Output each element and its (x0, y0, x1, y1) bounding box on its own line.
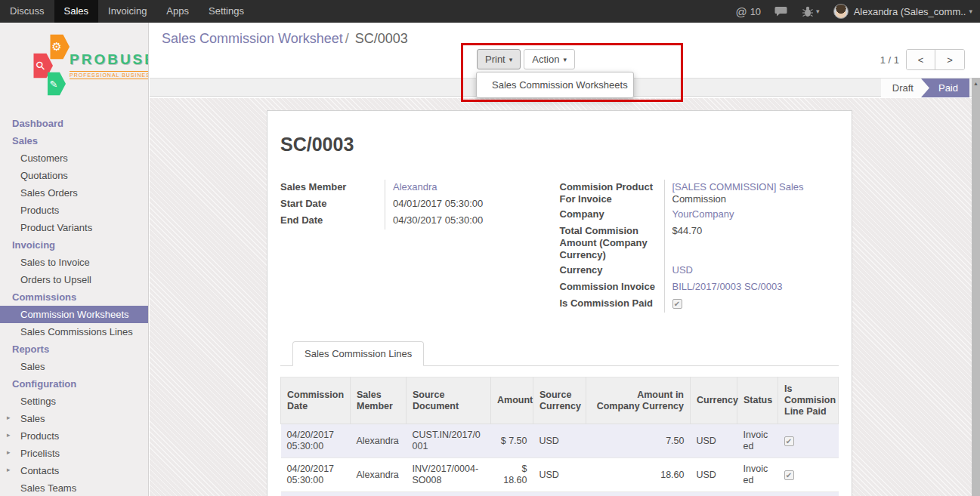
field-label: Commission Invoice (560, 279, 664, 296)
table-cell: 04/20/2017 10:35:53 (281, 492, 351, 496)
sidebar-item-contacts[interactable]: ▸Contacts (0, 462, 148, 479)
chevron-down-icon: ▾ (563, 56, 567, 63)
field-value: YourCompany (664, 207, 839, 223)
pager-next-button[interactable]: > (935, 50, 964, 69)
control-panel: Sales Commission Worksheet/ SC/0003 Prin… (150, 23, 980, 78)
field-row: Commision Product For Invoice[SALES COMM… (560, 180, 839, 207)
sidebar-item-product-variants[interactable]: Product Variants (0, 219, 148, 236)
expand-caret-icon[interactable]: ▸ (7, 414, 11, 421)
sidebar-section-dashboard[interactable]: Dashboard (0, 115, 148, 132)
sidebar-section-commissions[interactable]: Commissions (0, 288, 148, 306)
table-cell: Alexandra (351, 458, 407, 492)
table-cell: 04/20/2017 05:30:00 (281, 424, 351, 458)
field-group-left: Sales MemberAlexandraStart Date04/01/201… (280, 180, 560, 313)
sidebar-section-sales[interactable]: Sales (0, 132, 148, 149)
sidebar-item-commission-worksheets[interactable]: Commission Worksheets (0, 306, 148, 323)
field-value-link[interactable]: YourCompany (672, 208, 734, 220)
action-button[interactable]: Action▾ (524, 49, 575, 69)
table-cell: USD (533, 492, 586, 496)
field-value: ✔ (664, 296, 839, 313)
table-row[interactable]: 04/20/2017 05:30:00AlexandraINV/2017/000… (281, 458, 839, 492)
top-menu-discuss[interactable]: Discuss (0, 0, 54, 23)
sidebar-item-customers[interactable]: Customers (0, 149, 148, 167)
dropdown-item-sales-commission-worksheets[interactable]: Sales Commission Worksheets (477, 76, 633, 94)
control-panel-buttons: Print▾ Action▾ (477, 49, 575, 69)
sidebar-item-quotations[interactable]: Quotations (0, 167, 148, 184)
commission-lines-table: Commission DateSales MemberSource Docume… (280, 377, 839, 496)
table-row[interactable]: 04/20/2017 10:35:53AlexandraSO008$ 18.60… (281, 492, 839, 496)
table-cell: 18.60 (586, 458, 691, 492)
bug-icon (802, 6, 813, 17)
table-cell-paid: ✔ (778, 458, 839, 492)
field-label: Is Commission Paid (560, 296, 664, 313)
pager-counter: 1 / 1 (880, 54, 899, 66)
sidebar-item-sales-commissions-lines[interactable]: Sales Commissions Lines (0, 323, 148, 340)
sidebar-item-orders-to-upsell[interactable]: Orders to Upsell (0, 271, 148, 288)
app-menus: DiscussSalesInvoicingAppsSettings (0, 0, 254, 23)
field-label: End Date (280, 213, 385, 230)
sidebar-item-pricelists[interactable]: ▸Pricelists (0, 445, 148, 462)
field-label: Company (560, 207, 664, 223)
sidebar-item-sales[interactable]: Sales (0, 358, 148, 375)
sidebar-item-sales-to-invoice[interactable]: Sales to Invoice (0, 254, 148, 271)
breadcrumb-parent-link[interactable]: Sales Commission Worksheet (162, 31, 343, 46)
status-step-draft[interactable]: Draft (881, 79, 929, 97)
field-label: Currency (560, 263, 664, 279)
column-header: Source Document (407, 377, 491, 424)
table-cell: $ 7.50 (491, 424, 533, 458)
sidebar-section-reports[interactable]: Reports (0, 340, 148, 358)
sidebar-section-invoicing[interactable]: Invoicing (0, 236, 148, 254)
scroll-up-arrow-icon[interactable]: ▲ (972, 78, 980, 86)
expand-caret-icon[interactable]: ▸ (7, 466, 11, 473)
field-value-link[interactable]: USD (672, 264, 693, 276)
top-menu-settings[interactable]: Settings (199, 0, 254, 23)
sidebar-section-configuration[interactable]: Configuration (0, 375, 148, 393)
breadcrumb: Sales Commission Worksheet/ SC/0003 (162, 31, 408, 47)
sidebar: ⚙ ⚲ ✎ PROBUSE PROFESSIONAL BUSINESS Dash… (0, 23, 149, 496)
sidebar-item-products[interactable]: Products (0, 202, 148, 219)
column-header: Currency (691, 377, 737, 424)
table-row[interactable]: 04/20/2017 05:30:00AlexandraCUST.IN/2017… (281, 424, 839, 458)
user-menu[interactable]: Alexandra (Sales_comm.. (854, 6, 966, 17)
pager-previous-button[interactable]: < (907, 50, 935, 69)
table-cell: Alexandra (351, 424, 407, 458)
top-menu-sales[interactable]: Sales (54, 0, 99, 23)
readonly-checkbox: ✔ (672, 299, 682, 309)
field-label: Start Date (280, 196, 385, 213)
sidebar-item-settings[interactable]: Settings (0, 393, 148, 410)
debug-menu-button[interactable]: ▾ (802, 6, 820, 17)
table-cell: $ 18.60 (491, 492, 533, 496)
sidebar-item-sales-teams[interactable]: Sales Teams (0, 479, 148, 496)
field-value: [SALES COMMISSION] Sales Commission (664, 180, 839, 207)
top-menu-invoicing[interactable]: Invoicing (98, 0, 156, 23)
logo-subtitle: PROFESSIONAL BUSINESS (70, 71, 149, 79)
field-value-link[interactable]: BILL/2017/0003 SC/0003 (672, 281, 783, 292)
table-cell-paid: ✔ (778, 492, 839, 496)
sidebar-item-sales[interactable]: ▸Sales (0, 410, 148, 427)
table-cell: $ 18.60 (491, 458, 533, 492)
table-cell: CUST.IN/2017/0001 (407, 424, 491, 458)
mention-icon: @ (735, 5, 747, 18)
chevron-down-icon: ▾ (969, 8, 972, 15)
breadcrumb-separator: / (343, 31, 351, 46)
table-cell: 7.50 (586, 424, 691, 458)
table-cell: USD (691, 492, 737, 496)
expand-caret-icon[interactable]: ▸ (7, 448, 11, 456)
magnifier-icon: ⚲ (32, 58, 48, 74)
company-logo: ⚙ ⚲ ✎ PROBUSE PROFESSIONAL BUSINESS (0, 27, 148, 109)
field-value-link[interactable]: [SALES COMMISSION] Sales (672, 181, 804, 193)
messages-icon[interactable] (774, 6, 787, 17)
table-cell: SO008 (407, 492, 491, 496)
mentions-button[interactable]: @ 10 (735, 5, 761, 18)
sidebar-item-sales-orders[interactable]: Sales Orders (0, 184, 148, 202)
field-value: USD (664, 263, 839, 279)
tab-sales-commission-lines[interactable]: Sales Commission Lines (292, 341, 424, 366)
form-sheet: SC/0003 Sales MemberAlexandraStart Date0… (267, 110, 852, 496)
top-menu-apps[interactable]: Apps (156, 0, 199, 23)
gear-icon: ⚙ (51, 40, 61, 54)
print-button[interactable]: Print▾ (477, 49, 521, 69)
field-value-link[interactable]: Alexandra (393, 181, 437, 193)
expand-caret-icon[interactable]: ▸ (7, 431, 11, 439)
sidebar-item-products[interactable]: ▸Products (0, 427, 148, 445)
vertical-scrollbar[interactable]: ▲ (972, 78, 980, 496)
